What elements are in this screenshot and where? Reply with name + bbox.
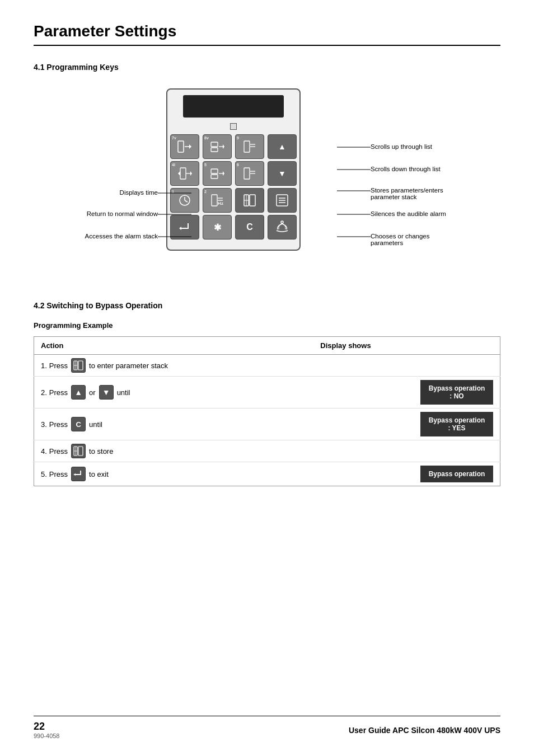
svg-rect-3	[211, 142, 218, 147]
key-4[interactable]: 4I	[170, 161, 199, 186]
press-label-1: Press	[49, 361, 68, 370]
annotation-displays-time: Displays time	[77, 189, 158, 196]
step-2-until: until	[117, 388, 130, 397]
section-4-2: 4.2 Switching to Bypass Operation Progra…	[34, 301, 500, 486]
svg-text:Hz: Hz	[218, 201, 223, 206]
key-2[interactable]: 2 Hz	[203, 188, 232, 213]
annotation-accesses-alarm: Accesses the alarm stack	[77, 233, 158, 240]
keypad-panel: 7v 8v	[166, 88, 301, 251]
keypad-row-2: 4I 5	[170, 161, 297, 186]
key-alarm[interactable]	[268, 215, 297, 240]
svg-marker-13	[190, 171, 192, 176]
keypad-row-1: 7v 8v	[170, 134, 297, 159]
key-6[interactable]: 6	[235, 161, 264, 186]
col-action: Action	[34, 337, 314, 355]
svg-rect-47	[78, 361, 83, 370]
keypad-rows: 7v 8v	[173, 134, 294, 240]
svg-rect-0	[178, 141, 184, 152]
step-1: 1.	[41, 361, 47, 370]
section-4-2-heading: 4.2 Switching to Bypass Operation	[34, 301, 500, 310]
table-row: 3. Press C until Bypass operation: YES	[34, 408, 500, 440]
display-badge-no: Bypass operation: NO	[420, 380, 493, 405]
step-4-text: to store	[89, 447, 113, 456]
step-2-or: or	[89, 388, 96, 397]
svg-marker-11	[178, 171, 180, 176]
diagram-container: 7v 8v	[77, 83, 457, 284]
svg-marker-6	[223, 144, 224, 149]
step4-store-key[interactable]	[71, 444, 86, 458]
key-star[interactable]: ✱	[203, 215, 232, 240]
key-3-icon	[274, 192, 290, 208]
press-label-3: Press	[49, 420, 68, 429]
svg-marker-17	[223, 171, 224, 176]
step4-store-icon	[73, 445, 84, 457]
line-silences-alarm	[337, 214, 371, 215]
display-cell-3: Bypass operation: YES	[313, 408, 500, 440]
line-accesses-alarm	[158, 236, 191, 237]
key-store[interactable]	[235, 188, 264, 213]
key-2-icon: Hz	[209, 192, 225, 208]
footer-title: User Guide APC Silcon 480kW 400V UPS	[349, 726, 500, 735]
display-cell-2: Bypass operation: NO	[313, 377, 500, 408]
display-cell-1	[313, 355, 500, 377]
key-down[interactable]: ▼	[268, 161, 297, 186]
key-8[interactable]: 8v	[203, 134, 232, 159]
footer-page-number: 22	[34, 721, 60, 732]
keypad-led	[230, 123, 237, 130]
section-4-1-heading: 4.1 Programming Keys	[34, 63, 500, 72]
step-5-text: to exit	[89, 470, 109, 478]
annotation-stores-params: Stores parameters/enters parameter stack	[371, 187, 457, 200]
step-5: 5.	[41, 470, 47, 478]
line-return-normal	[158, 214, 191, 215]
key-c[interactable]: C	[235, 215, 264, 240]
svg-rect-24	[212, 195, 217, 206]
step-3: 3.	[41, 420, 47, 429]
annotation-chooses-changes: Chooses or changes parameters	[371, 233, 457, 246]
press-label-4: Press	[49, 447, 68, 456]
key-5[interactable]: 5	[203, 161, 232, 186]
svg-rect-15	[211, 175, 218, 179]
section-4-1: 4.1 Programming Keys 7v	[34, 63, 500, 284]
key-enter-icon	[177, 220, 193, 234]
step2-up-key[interactable]: ▲	[71, 385, 86, 400]
step3-c-key[interactable]: C	[71, 417, 86, 431]
title-rule	[34, 45, 500, 46]
step2-down-key[interactable]: ▼	[99, 385, 114, 400]
page: Parameter Settings 4.1 Programming Keys …	[0, 0, 534, 756]
action-content-5: 5. Press to exit	[41, 467, 307, 481]
line-scrolls-up	[337, 147, 371, 148]
display-cell-5: Bypass operation	[313, 462, 500, 486]
key-up[interactable]: ▲	[268, 134, 297, 159]
svg-rect-29	[250, 195, 255, 206]
table-row: 5. Press to exit	[34, 462, 500, 486]
svg-line-23	[185, 200, 188, 202]
key-7[interactable]: 7v	[170, 134, 199, 159]
keypad-screen	[183, 95, 284, 118]
step1-store-key[interactable]	[71, 358, 86, 373]
page-title: Parameter Settings	[34, 22, 500, 40]
action-cell-3: 3. Press C until	[34, 408, 314, 440]
key-7-icon	[177, 139, 193, 154]
table-row: 2. Press ▲ or ▼ until Bypass operation: …	[34, 377, 500, 408]
press-label-5: Press	[49, 470, 68, 478]
key-4-icon	[177, 166, 193, 181]
annotation-scrolls-down: Scrolls down through list	[371, 166, 457, 172]
programming-table: Action Display shows 1. Press	[34, 336, 500, 486]
step-1-text: to enter parameter stack	[89, 361, 168, 370]
key-3[interactable]	[268, 188, 297, 213]
step-3-until: until	[89, 420, 102, 429]
action-cell-1: 1. Press to enter	[34, 355, 314, 377]
line-stores-params	[337, 190, 371, 191]
svg-marker-54	[73, 473, 76, 476]
line-displays-time	[158, 192, 191, 194]
key-clock[interactable]: 1	[170, 188, 199, 213]
step5-enter-key[interactable]	[71, 467, 86, 481]
svg-rect-10	[180, 168, 186, 179]
svg-rect-7	[244, 141, 250, 152]
key-clock-icon	[177, 192, 193, 208]
display-cell-4	[313, 440, 500, 462]
svg-marker-36	[179, 227, 181, 230]
action-content-4: 4. Press to store	[41, 444, 307, 458]
key-9[interactable]: 9	[235, 134, 264, 159]
footer: 22 990-4058 User Guide APC Silcon 480kW …	[34, 716, 500, 739]
